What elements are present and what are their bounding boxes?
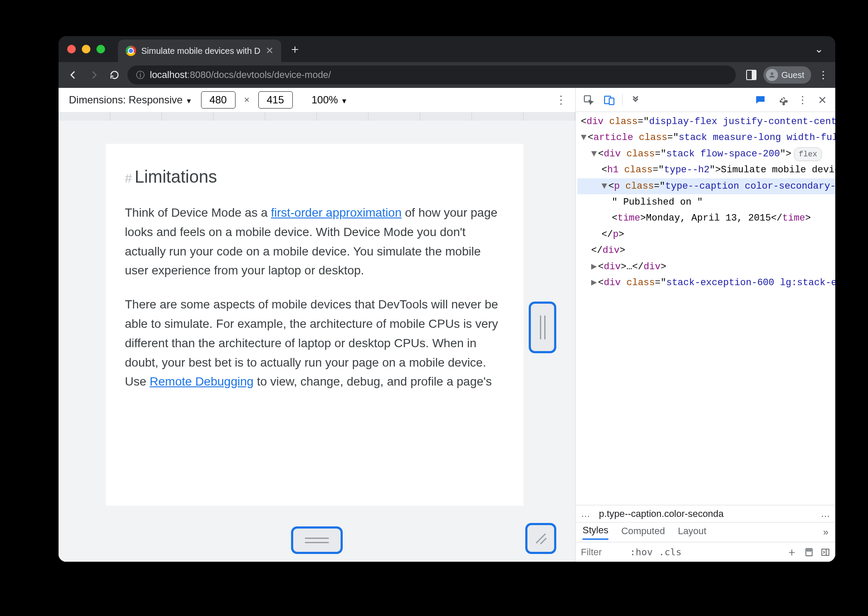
side-panel-icon[interactable] [746,70,756,80]
cls-toggle[interactable]: .cls [659,547,682,557]
maximize-window-button[interactable] [96,45,105,53]
tab-layout[interactable]: Layout [678,526,706,539]
avatar-icon [766,69,778,81]
close-tab-icon[interactable]: ✕ [266,45,273,56]
breadcrumb-overflow-left[interactable]: … [581,508,590,520]
tab-computed[interactable]: Computed [621,526,665,539]
device-viewport-pane: Dimensions: Responsive ▼ × 100% ▼ ⋮ #Lim… [59,88,575,562]
svg-point-0 [771,72,773,75]
device-toggle-icon[interactable] [601,92,617,108]
dom-text-node[interactable]: " Published on " [577,194,835,210]
page-link[interactable]: first-order approximation [271,206,401,219]
back-button[interactable] [65,67,81,83]
dom-node[interactable]: <time>Monday, April 13, 2015</time> [577,210,835,226]
tab-styles[interactable]: Styles [583,525,608,540]
breadcrumb-selected[interactable]: p.type--caption.color-seconda [599,508,724,520]
paragraph: Think of Device Mode as a first-order ap… [125,203,505,280]
device-toolbar: Dimensions: Responsive ▼ × 100% ▼ ⋮ [59,88,575,112]
messages-icon[interactable] [753,92,768,108]
dimension-x-label: × [244,94,250,106]
dom-node[interactable]: ▼<article class="stack measure-long widt… [577,130,835,146]
profile-label: Guest [781,70,804,80]
elements-tree[interactable]: <div class="display-flex justify-content… [576,112,835,505]
settings-icon[interactable] [775,92,790,108]
dom-node[interactable]: </div> [577,243,835,258]
device-styles-icon[interactable] [804,548,814,557]
tabs-overflow-icon[interactable]: ⌄ [815,43,823,55]
minimize-window-button[interactable] [82,45,90,53]
navbar: ⓘ localhost:8080/docs/devtools/device-mo… [59,62,835,88]
styles-tabs-overflow-icon[interactable]: » [823,527,828,538]
device-options-icon[interactable]: ⋮ [555,93,567,107]
dom-node-selected[interactable]: ▼<p class="type--caption color-secondary… [577,178,835,194]
page-heading: #Limitations [125,163,505,190]
site-info-icon[interactable]: ⓘ [136,69,145,81]
tab-title: Simulate mobile devices with D [141,46,260,56]
new-tab-button[interactable]: ＋ [289,41,301,57]
svg-rect-3 [609,98,614,104]
devtools-toolbar: ⋮ [576,88,835,112]
breadcrumb-overflow-right[interactable]: … [821,508,830,520]
toggle-sidebar-icon[interactable] [821,548,830,557]
url-text: localhost:8080/docs/devtools/device-mode… [150,69,331,81]
dom-node[interactable]: ▶<div>…</div> [577,259,835,275]
styles-filter-input[interactable] [581,547,624,558]
inspect-element-icon[interactable] [581,92,596,108]
dom-node[interactable]: ▼<div class="stack flow-space-200">flex [577,146,835,162]
svg-rect-6 [822,549,829,555]
resize-handle-corner[interactable] [525,523,556,554]
browser-tab[interactable]: Simulate mobile devices with D ✕ [118,40,281,62]
dimensions-dropdown[interactable]: Dimensions: Responsive ▼ [69,94,192,106]
page-content: #Limitations Think of Device Mode as a f… [106,144,524,506]
dom-node[interactable]: <h1 class="type--h2">Simulate mobile dev… [577,162,835,178]
paragraph: There are some aspects of mobile devices… [125,295,505,392]
dom-node[interactable]: <div class="display-flex justify-content… [577,114,835,130]
page-link[interactable]: Remote Debugging [150,375,254,388]
browser-window: Simulate mobile devices with D ✕ ＋ ⌄ ⓘ l… [59,36,835,562]
devtools-pane: ⋮ <div class="display-flex justify-conte… [575,88,835,562]
elements-breadcrumb[interactable]: … p.type--caption.color-seconda … [576,505,835,522]
browser-menu-icon[interactable]: ⋮ [818,69,828,81]
titlebar: Simulate mobile devices with D ✕ ＋ ⌄ [59,36,835,62]
zoom-dropdown[interactable]: 100% ▼ [312,94,348,106]
devtools-menu-icon[interactable]: ⋮ [797,94,808,106]
chrome-icon [126,46,136,56]
styles-tabs: Styles Computed Layout » [576,522,835,542]
panels-overflow-icon[interactable] [628,92,643,108]
profile-button[interactable]: Guest [763,66,811,84]
forward-button[interactable] [86,67,102,83]
workspace: Dimensions: Responsive ▼ × 100% ▼ ⋮ #Lim… [59,88,835,562]
dom-node[interactable]: ▶<div class="stack-exception-600 lg:stac… [577,275,835,291]
height-input[interactable] [258,91,293,109]
close-window-button[interactable] [67,45,76,53]
ruler [59,112,575,121]
new-style-rule-icon[interactable]: ＋ [786,544,797,560]
resize-handle-bottom[interactable] [291,526,343,554]
close-devtools-icon[interactable] [815,92,830,108]
window-controls [67,45,105,53]
address-bar[interactable]: ⓘ localhost:8080/docs/devtools/device-mo… [127,65,736,84]
viewport-content: #Limitations Think of Device Mode as a f… [59,121,575,562]
hash-icon: # [125,171,132,185]
reload-button[interactable] [107,67,122,83]
dom-node[interactable]: </p> [577,227,835,243]
navbar-right: Guest ⋮ [746,66,828,84]
width-input[interactable] [201,91,236,109]
resize-handle-right[interactable] [529,302,556,353]
styles-filter-bar: :hov .cls ＋ [576,542,835,562]
hov-toggle[interactable]: :hov [630,547,653,557]
svg-rect-5 [807,550,811,551]
